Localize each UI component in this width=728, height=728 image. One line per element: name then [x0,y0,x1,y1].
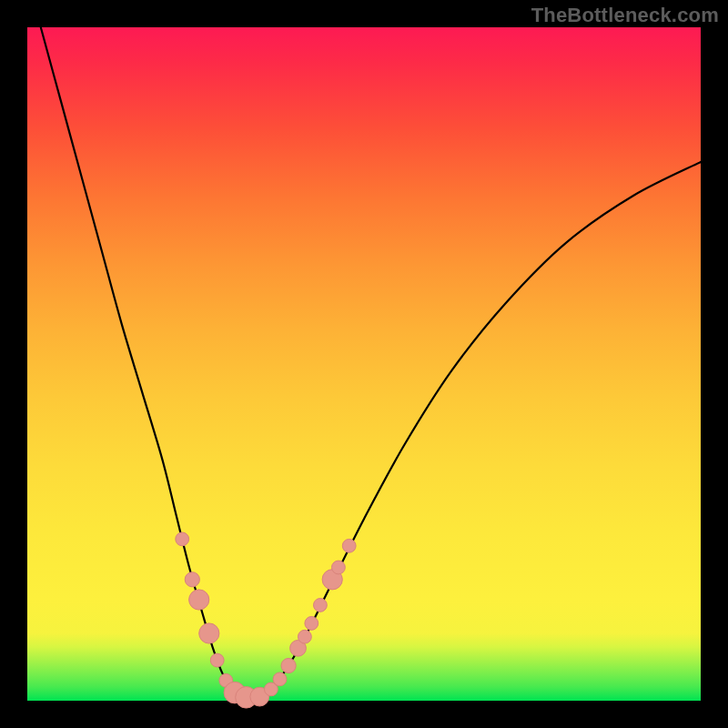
marker-point [176,532,189,546]
chart-frame: TheBottleneck.com [0,0,728,728]
marker-point [298,630,312,643]
marker-point [332,561,346,574]
chart-overlay [27,27,701,701]
bottleneck-curve [41,27,701,698]
marker-point [189,590,209,610]
marker-point [273,672,287,686]
plot-area [27,27,701,701]
marker-point [305,617,318,631]
marker-point [199,623,219,643]
marker-group [176,532,356,708]
marker-point [342,539,356,552]
marker-point [210,653,224,667]
marker-point [185,572,199,587]
marker-point [314,599,328,612]
marker-point [281,658,296,672]
watermark-text: TheBottleneck.com [531,4,719,27]
